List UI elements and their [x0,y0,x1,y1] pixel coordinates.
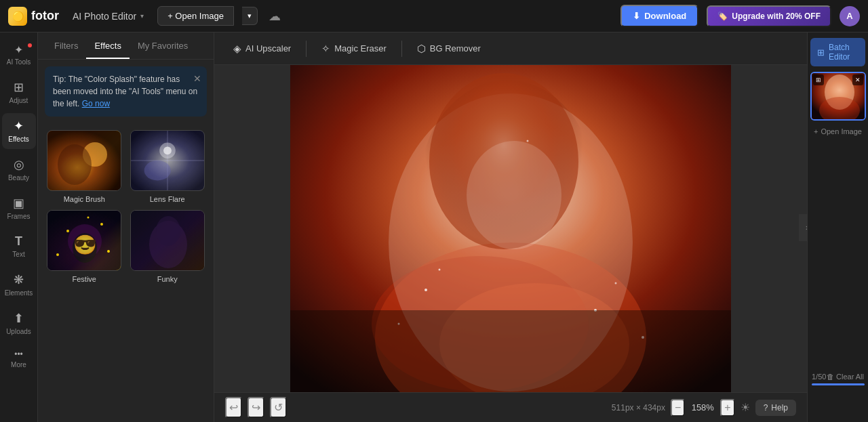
effect-item-funky[interactable]: Funky [130,210,206,283]
svg-point-29 [425,289,427,291]
collapse-panel-button[interactable]: › [799,214,807,241]
svg-point-30 [439,268,441,270]
lens-flare-thumbnail [131,131,204,190]
tab-my-favorites[interactable]: My Favorites [130,33,196,59]
effect-label-lens-flare: Lens Flare [150,195,185,203]
svg-point-2 [58,144,92,185]
effect-item-festive[interactable]: 😎 Festive [46,210,123,283]
undo-button[interactable]: ↩ [225,397,242,418]
magic-eraser-button[interactable]: ✧ Magic Eraser [313,39,395,59]
effect-item-magic-brush[interactable]: Magic Brush [46,130,123,203]
tip-close-button[interactable]: ✕ [193,72,201,86]
sidebar-item-label: Frames [7,213,31,221]
sidebar-item-label: Beauty [8,174,29,182]
festive-thumbnail: 😎 [47,211,121,270]
tip-box: Tip: The "Color Splash" feature has been… [45,66,207,117]
sidebar-item-label: Text [12,251,24,259]
svg-point-14 [107,250,110,253]
help-icon: ? [764,403,768,413]
plus-icon: + [814,127,818,135]
sidebar-item-text[interactable]: T Text [2,229,36,264]
text-icon: T [15,234,22,249]
tip-link[interactable]: Go now [82,99,110,108]
avatar[interactable]: A [840,6,860,26]
bg-remover-label: BG Remover [430,43,481,54]
magic-eraser-label: Magic Eraser [334,43,387,54]
zoom-out-button[interactable]: − [671,399,685,417]
download-icon: ⬇ [633,11,640,21]
right-panel: ⊞ Batch Editor [807,33,868,422]
adjust-icon: ⊞ [14,80,24,95]
upgrade-button[interactable]: 🏷️ Upgrade with 20% OFF [707,5,831,27]
open-image-panel-label: Open Image [821,127,862,135]
page-counter: 1/50 [812,373,826,381]
open-image-button[interactable]: + Open Image [157,6,234,26]
zoom-controls: − 158% + [671,399,735,417]
effect-thumb-lens-flare [130,130,205,191]
page-slider[interactable] [812,383,865,385]
image-thumbnail-1[interactable]: ⊞ ✕ [810,72,866,121]
funky-thumbnail [131,211,204,270]
sidebar-item-label: Elements [5,289,33,297]
svg-point-8 [144,161,170,180]
elements-icon: ❋ [14,272,24,287]
editor-title-text: AI Photo Editor [73,11,136,22]
sidebar-item-beauty[interactable]: ◎ Beauty [2,152,36,188]
sidebar-item-adjust[interactable]: ⊞ Adjust [2,75,36,110]
tab-effects[interactable]: Effects [86,33,130,59]
svg-point-20 [156,216,180,246]
effect-thumb-festive: 😎 [47,210,121,271]
canvas-image[interactable] [290,65,731,392]
bg-remover-icon: ⬡ [417,43,426,55]
batch-editor-button[interactable]: ⊞ Batch Editor [810,38,865,66]
ai-upscaler-button[interactable]: ◈ AI Upscaler [225,39,299,59]
left-sidebar: ✦ AI Tools ⊞ Adjust ✦ Effects ◎ Beauty ▣… [0,33,38,422]
download-button[interactable]: ⬇ Download [620,5,698,27]
main-layout: ✦ AI Tools ⊞ Adjust ✦ Effects ◎ Beauty ▣… [0,33,868,422]
frames-icon: ▣ [13,196,24,211]
sidebar-item-label: Adjust [9,97,28,105]
logo[interactable]: 🟡 fotor [8,7,59,26]
effects-grid: Magic Brush [38,123,214,290]
help-button[interactable]: ? Help [755,400,796,416]
add-image-button[interactable]: + Open Image [814,127,862,135]
ai-upscaler-label: AI Upscaler [245,43,291,54]
download-label: Download [644,11,686,21]
clear-all-button[interactable]: 🗑 Clear All [827,373,864,381]
uploads-icon: ⬆ [14,311,24,326]
bg-remover-button[interactable]: ⬡ BG Remover [409,39,489,59]
beauty-icon: ◎ [14,157,24,172]
clear-all-label: Clear All [836,373,864,381]
brightness-icon[interactable]: ☀ [741,401,750,414]
tip-text: Tip: The "Color Splash" feature has been… [53,75,197,108]
notification-dot [28,43,32,47]
sidebar-item-label: Effects [8,135,28,144]
cloud-icon[interactable]: ☁ [269,9,281,24]
sidebar-item-label: Uploads [6,328,31,336]
open-image-split-button[interactable]: ▾ [242,7,258,25]
canvas-dimensions: 511px × 434px [612,403,665,413]
svg-point-7 [163,146,172,154]
sidebar-item-frames[interactable]: ▣ Frames [2,190,36,226]
logo-text: fotor [31,9,59,23]
editor-title[interactable]: AI Photo Editor ▾ [67,8,149,24]
svg-point-15 [56,253,59,256]
sidebar-item-effects[interactable]: ✦ Effects [2,113,36,149]
thumb-delete-button[interactable]: ✕ [852,75,863,85]
zoom-in-button[interactable]: + [720,399,734,417]
redo-button[interactable]: ↪ [248,397,264,418]
thumb-layers-button[interactable]: ⊞ [813,75,824,85]
batch-editor-label: Batch Editor [829,43,859,62]
svg-point-32 [615,282,617,284]
effect-label-magic-brush: Magic Brush [64,195,105,203]
sidebar-item-ai-tools[interactable]: ✦ AI Tools [2,38,36,72]
tab-filters[interactable]: Filters [46,33,86,59]
sidebar-item-label: More [11,361,26,369]
sidebar-item-more[interactable]: ••• More [2,344,36,375]
sidebar-item-elements[interactable]: ❋ Elements [2,267,36,303]
chevron-down-icon: ▾ [140,12,144,20]
sidebar-item-uploads[interactable]: ⬆ Uploads [2,305,36,341]
reset-button[interactable]: ↺ [270,397,287,418]
right-panel-status: 1/50 🗑 Clear All [808,370,868,388]
effect-item-lens-flare[interactable]: Lens Flare [130,130,206,203]
